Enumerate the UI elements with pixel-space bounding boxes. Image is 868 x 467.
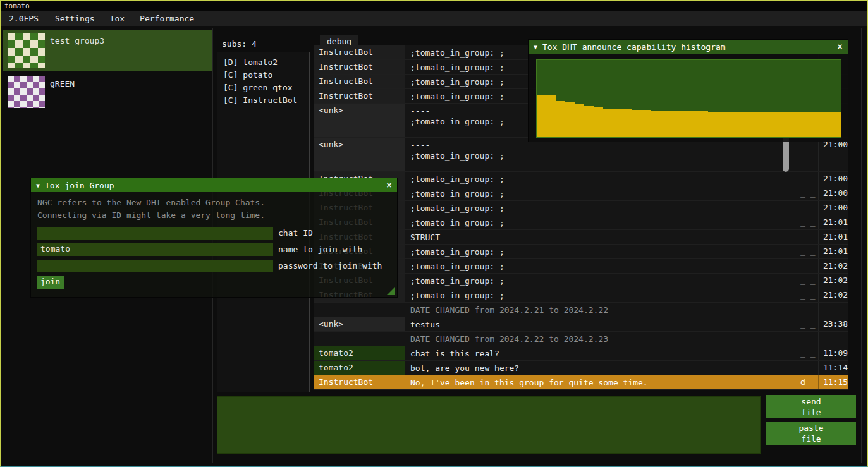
chat-message: ;tomato_in_group: ; [405,259,797,273]
chat-sender [314,303,405,317]
menu-item-performance[interactable]: Performance [132,12,202,25]
send-file-button[interactable]: send file [766,395,856,418]
histogram-bar [584,106,594,137]
chat-message: DATE CHANGED from 2024.2.21 to 2024.2.22 [405,303,797,317]
histogram-bar [699,111,708,137]
histogram-bar [737,112,746,137]
peer-item[interactable]: [C] green_qtox [217,82,309,94]
histogram-bar [565,102,575,137]
join-dialog-titlebar[interactable]: ▼ Tox join Group × [31,178,397,192]
chat-sender: <unk> [314,104,405,137]
chat-time [819,332,848,346]
chat-sender [314,332,405,346]
peer-item[interactable]: [D] tomato2 [217,56,309,69]
chat-time: 11:15 [819,375,848,389]
chat-message: No, I've been in this group for quite so… [405,375,797,389]
histogram-window: ▼ Tox DHT announce capability histogram … [528,39,848,142]
resize-grip-icon[interactable] [387,287,395,295]
chat-sender: InstructBot [314,45,405,59]
histogram-plot [536,59,841,138]
chat-flags: _ _ [797,259,819,273]
chat-flags: _ _ [797,230,819,244]
histogram-bar [669,111,679,137]
menu-item-settings[interactable]: Settings [47,12,102,25]
histogram-bar [831,112,841,137]
paste-file-button[interactable]: paste file [766,422,856,445]
histogram-bar [718,112,727,137]
histogram-bar [556,101,565,137]
collapse-icon[interactable]: ▼ [534,44,537,51]
chat-message: testus [405,317,797,331]
histogram-bar [613,109,622,137]
chat-time: 21:02 [819,259,848,273]
chat-sender: <unk> [314,138,405,171]
chat-message: ;tomato_in_group: ; [405,245,797,258]
chat-time: 21:00 [819,138,848,171]
histogram-bar [755,112,765,137]
contact-label: test_group3 [50,36,104,71]
app-window: tomato 2.0FPS Settings Tox Performance t… [0,0,868,467]
contact-label: gREEN [50,79,75,109]
chat-row: tomato2chat is this real?_ _11:09 [314,346,848,361]
chat-id-input[interactable] [37,227,273,240]
join-password-label: password to join with [278,260,382,272]
chat-message: bot, are you new here? [405,361,797,375]
window-titlebar[interactable]: tomato [1,1,867,11]
histogram-bar [660,111,669,137]
chat-time: 21:00 [819,186,848,200]
chat-message: DATE CHANGED from 2024.2.22 to 2024.2.23 [405,332,797,346]
chat-sender: InstructBot [314,60,405,74]
join-group-dialog: ▼ Tox join Group × NGC refers to the New… [30,178,398,298]
histogram-bar [784,112,793,137]
histogram-bar [689,111,699,137]
histogram-bar [822,112,831,137]
message-input[interactable] [217,396,761,454]
menu-item-tox[interactable]: Tox [102,12,132,25]
join-name-input[interactable]: tomato [37,243,273,256]
histogram-bar [603,109,613,137]
chat-time: 21:02 [819,274,848,288]
close-icon[interactable]: × [837,42,843,52]
chat-time: 11:14 [819,361,848,375]
peer-item[interactable]: [C] InstructBot [217,94,309,107]
contact-item-green[interactable]: gREEN [3,73,212,109]
histogram-window-title: Tox DHT announce capability histogram [542,42,726,52]
histogram-bar [632,110,641,137]
histogram-window-titlebar[interactable]: ▼ Tox DHT announce capability histogram … [529,40,848,54]
chat-flags: _ _ [797,346,819,360]
chat-flags [797,332,819,346]
histogram-bar [679,111,688,137]
chat-sender: tomato2 [314,346,405,360]
join-dialog-description-line2: Connecting via ID might take a very long… [37,209,397,222]
collapse-icon[interactable]: ▼ [36,182,40,189]
histogram-bar [765,112,774,137]
histogram-bar [708,112,718,137]
chat-message: ;tomato_in_group: ; [405,201,797,215]
histogram-bar [575,104,584,137]
chat-time: 21:02 [819,288,848,302]
chat-message: ---- ;tomato_in_group: ; ---- [405,138,797,171]
join-password-input[interactable] [37,260,273,272]
peer-item[interactable]: [C] potato [217,69,309,82]
histogram-bar [812,112,822,137]
join-button[interactable]: join [37,276,64,289]
chat-message: ;tomato_in_group: ; [405,288,797,302]
chat-time: 21:01 [819,230,848,244]
join-name-label: name to join with [278,243,362,256]
histogram-bar [803,112,812,137]
chat-sender: <unk> [314,317,405,331]
histogram-bar [746,112,755,137]
chat-row: DATE CHANGED from 2024.2.21 to 2024.2.22 [314,303,848,317]
contact-item-test-group3[interactable]: test_group3 [3,30,212,71]
close-icon[interactable]: × [386,181,392,190]
chat-flags: _ _ [797,317,819,331]
chat-message: STRUCT [405,230,797,244]
chat-message: ;tomato_in_group: ; [405,172,797,186]
chat-time [819,303,848,317]
chat-flags: _ _ [797,245,819,258]
group-avatar [8,76,45,108]
window-title: tomato [4,2,30,10]
chat-flags: _ _ [797,361,819,375]
chat-flags: _ _ [797,138,819,171]
chat-time: 23:38 [819,317,848,331]
